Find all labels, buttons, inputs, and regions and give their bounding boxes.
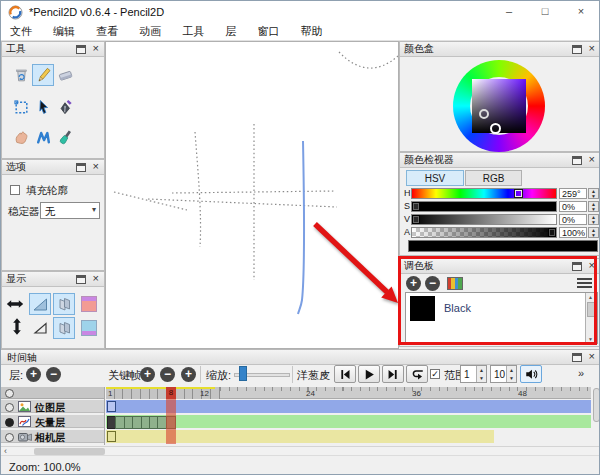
alpha-value-field[interactable]: 100%	[559, 227, 587, 238]
playhead[interactable]	[166, 399, 176, 444]
add-layer-button[interactable]: +	[26, 367, 41, 382]
float-icon[interactable]	[572, 156, 582, 165]
layer-row-bitmap[interactable]: 位图层	[1, 400, 104, 413]
show-current-layer-button[interactable]	[53, 317, 75, 339]
loop-button[interactable]	[406, 365, 428, 383]
close-icon[interactable]: ×	[589, 42, 595, 55]
color-inspector-panel-header[interactable]: 颜色检视器 ×	[400, 153, 600, 168]
overlay-color-swatch-bottom[interactable]	[81, 320, 97, 336]
layer-row-vector[interactable]: 矢量层	[1, 415, 104, 428]
tools-panel-header[interactable]: 工具 ×	[2, 42, 104, 57]
chevron-right-icon[interactable]: »	[321, 367, 327, 379]
palette-panel-header[interactable]: 调色板 ×	[400, 259, 600, 274]
spin-down-icon[interactable]: ▼	[591, 232, 596, 238]
hue-slider[interactable]	[411, 188, 557, 199]
layer-row-camera[interactable]: 相机层	[1, 430, 104, 443]
mirror-horizontal-button[interactable]	[29, 293, 51, 315]
palette-menu-icon[interactable]	[577, 277, 592, 290]
options-panel-header[interactable]: 选项 ×	[2, 160, 104, 175]
range-start-spinbox[interactable]: 1 ▲▼	[460, 365, 487, 383]
sound-toggle-button[interactable]	[520, 365, 542, 383]
tool-hand-button[interactable]	[10, 126, 32, 148]
minimize-button[interactable]: –	[493, 1, 525, 23]
spin-down-icon[interactable]: ▼	[591, 193, 596, 199]
alpha-slider[interactable]	[411, 227, 557, 238]
close-icon[interactable]: ×	[589, 350, 595, 363]
playhead-ruler-cell[interactable]: 8	[166, 387, 176, 399]
hue-value-field[interactable]: 259°	[559, 188, 587, 199]
spin-down-icon[interactable]: ▼	[591, 206, 596, 212]
tool-pen-button[interactable]	[54, 96, 76, 118]
timeline-zoom-slider-handle[interactable]	[239, 366, 247, 381]
spin-up-icon[interactable]: ▲	[509, 367, 514, 373]
previous-frame-button[interactable]	[334, 365, 356, 383]
hue-selector[interactable]	[490, 123, 501, 134]
scrollbar-thumb[interactable]	[587, 302, 596, 317]
menu-item-help[interactable]: 帮助	[291, 23, 331, 40]
value-slider[interactable]	[411, 214, 557, 225]
scroll-up-icon[interactable]: ▲	[588, 294, 593, 300]
tool-move-button[interactable]	[32, 96, 54, 118]
float-icon[interactable]	[572, 45, 582, 54]
mirror-vertical-button[interactable]	[29, 317, 51, 339]
visibility-icon[interactable]	[5, 418, 14, 427]
menu-item-edit[interactable]: 编辑	[44, 23, 84, 40]
sv-selector[interactable]	[479, 109, 489, 119]
close-button[interactable]: ×	[565, 1, 597, 23]
add-color-button[interactable]: +	[406, 276, 421, 291]
saturation-slider[interactable]	[411, 201, 557, 212]
alpha-slider-handle[interactable]	[548, 228, 556, 237]
spin-down-icon[interactable]: ▼	[479, 375, 484, 381]
hue-slider-handle[interactable]	[514, 189, 523, 198]
visibility-icon[interactable]	[5, 403, 14, 412]
play-button[interactable]	[358, 365, 380, 383]
spin-down-icon[interactable]: ▼	[591, 219, 596, 225]
tool-clear-button[interactable]	[10, 64, 32, 86]
title-bar[interactable]: *Pencil2D v0.6.4 - Pencil2D – □ ×	[1, 1, 600, 23]
close-icon[interactable]: ×	[93, 42, 99, 55]
vector-track[interactable]	[106, 415, 591, 428]
menu-item-window[interactable]: 窗口	[248, 23, 288, 40]
float-icon[interactable]	[76, 163, 86, 172]
remove-layer-button[interactable]: −	[46, 367, 61, 382]
scrollbar-thumb[interactable]	[593, 388, 600, 422]
range-end-spinbox[interactable]: 10 ▲▼	[490, 365, 517, 383]
spinner-arrows[interactable]: ▲▼	[476, 366, 486, 382]
value-value-field[interactable]: 0%	[559, 214, 587, 225]
drawing-canvas[interactable]	[105, 41, 399, 349]
menu-item-file[interactable]: 文件	[1, 23, 41, 40]
saturation-value-field[interactable]: 0%	[559, 201, 587, 212]
tool-polyline-button[interactable]	[32, 126, 54, 148]
range-checkbox[interactable]: ✓	[430, 369, 440, 379]
float-icon[interactable]	[76, 275, 86, 284]
value-slider-handle[interactable]	[412, 215, 420, 224]
tool-select-button[interactable]	[10, 96, 32, 118]
tool-pencil-button[interactable]	[32, 64, 54, 86]
close-icon[interactable]: ×	[589, 153, 595, 166]
close-icon[interactable]: ×	[93, 272, 99, 285]
close-icon[interactable]: ×	[589, 259, 595, 272]
overlay-color-swatch-top[interactable]	[81, 296, 97, 312]
hue-spinner[interactable]: ▲▼	[588, 188, 599, 199]
remove-keyframe-button[interactable]: −	[160, 367, 175, 382]
timeline-vertical-scrollbar[interactable]	[592, 387, 600, 445]
remove-color-button[interactable]: −	[425, 276, 440, 291]
frame-ruler[interactable]: 1 12 24 36 48 8	[106, 387, 591, 399]
visibility-icon[interactable]	[5, 389, 14, 398]
spin-up-icon[interactable]: ▲	[479, 367, 484, 373]
tool-smudge-button[interactable]	[54, 126, 76, 148]
spinner-arrows[interactable]: ▲▼	[506, 366, 516, 382]
next-frame-button[interactable]	[382, 365, 404, 383]
tab-hsv[interactable]: HSV	[406, 170, 464, 186]
timeline-header[interactable]: 时间轴 ×	[1, 350, 600, 365]
chevron-right-icon[interactable]: »	[578, 367, 584, 379]
palette-color-swatch[interactable]	[410, 296, 435, 321]
menu-item-layer[interactable]: 层	[216, 23, 245, 40]
value-spinner[interactable]: ▲▼	[588, 214, 599, 225]
palette-scrollbar[interactable]: ▲ ▼	[585, 293, 597, 343]
menu-item-animation[interactable]: 动画	[130, 23, 170, 40]
swatch-mode-icon[interactable]	[447, 277, 463, 290]
menu-item-view[interactable]: 查看	[87, 23, 127, 40]
tab-rgb[interactable]: RGB	[465, 170, 522, 186]
scrollbar-thumb[interactable]	[34, 448, 105, 455]
